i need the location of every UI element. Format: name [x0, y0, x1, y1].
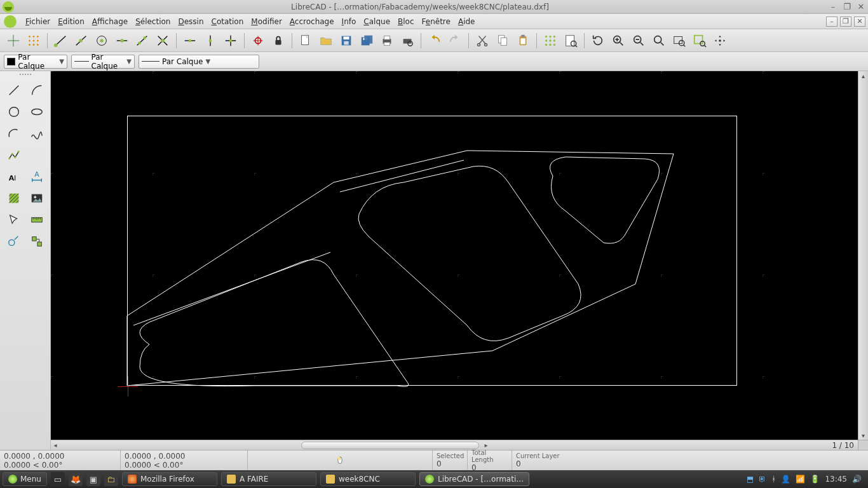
- tool-select[interactable]: [4, 211, 24, 229]
- tray-user-icon[interactable]: 👤: [781, 475, 790, 484]
- zoom-in-button[interactable]: [609, 31, 628, 50]
- tool-measure[interactable]: [27, 211, 46, 229]
- menu-window[interactable]: Fenêtre: [418, 15, 454, 28]
- cut-button[interactable]: [473, 31, 492, 50]
- zoom-redraw-button[interactable]: [588, 31, 607, 50]
- tool-line[interactable]: [4, 81, 24, 99]
- scroll-up-icon[interactable]: ▴: [859, 71, 868, 80]
- mdi-close-button[interactable]: ✕: [854, 17, 865, 27]
- undo-button[interactable]: [425, 31, 444, 50]
- set-relative-zero-button[interactable]: [248, 31, 268, 50]
- save-button[interactable]: [337, 31, 356, 50]
- drawing-canvas[interactable]: [51, 71, 858, 440]
- tray-clock[interactable]: 13:45: [825, 475, 847, 484]
- tray-volume-icon[interactable]: 🔊: [852, 475, 862, 484]
- mdi-minimize-button[interactable]: –: [826, 17, 837, 27]
- print-preview-button[interactable]: [398, 31, 417, 50]
- menu-draw[interactable]: Dessin: [174, 15, 207, 28]
- snap-free-button[interactable]: [4, 31, 23, 50]
- lock-relative-zero-button[interactable]: [269, 31, 288, 50]
- restrict-vertical-button[interactable]: [201, 31, 220, 50]
- menu-dimension[interactable]: Cotation: [208, 15, 248, 28]
- tool-hatch[interactable]: [4, 189, 24, 207]
- taskbar-item-firefox[interactable]: Mozilla Firefox: [122, 472, 217, 486]
- status-command-hint: [248, 451, 433, 470]
- linewidth-combo[interactable]: Par Calque ▼: [71, 55, 135, 69]
- tray-battery-icon[interactable]: 🔋: [810, 475, 820, 484]
- taskbar-item-week8cnc[interactable]: week8CNC: [320, 472, 416, 486]
- tray-updates-icon[interactable]: ⬒: [747, 475, 754, 484]
- window-minimize-button[interactable]: –: [828, 3, 838, 11]
- zoom-window-button[interactable]: [690, 31, 709, 50]
- zoom-pan-button[interactable]: [710, 31, 729, 50]
- menu-layer[interactable]: Calque: [360, 15, 394, 28]
- window-maximize-button[interactable]: ❐: [842, 3, 852, 11]
- zoom-out-button[interactable]: [629, 31, 648, 50]
- snap-center-button[interactable]: [92, 31, 111, 50]
- toggle-draft-button[interactable]: [561, 31, 580, 50]
- menu-snap[interactable]: Accrochage: [286, 15, 338, 28]
- snap-on-entity-button[interactable]: [72, 31, 91, 50]
- snap-endpoint-button[interactable]: [51, 31, 71, 50]
- vertical-scrollbar[interactable]: ▴ ▾: [858, 71, 868, 440]
- print-button[interactable]: [377, 31, 397, 50]
- redo-button[interactable]: [445, 31, 465, 50]
- tray-wifi-icon[interactable]: 📶: [796, 475, 805, 484]
- start-menu-button[interactable]: Menu: [3, 472, 47, 486]
- snap-middle-button[interactable]: [112, 31, 132, 50]
- menu-block[interactable]: Bloc: [394, 15, 418, 28]
- scroll-right-icon[interactable]: ▸: [482, 441, 491, 450]
- horizontal-scrollbar[interactable]: ◂ ▸ 1 / 10: [51, 440, 858, 450]
- menu-help[interactable]: Aide: [454, 15, 479, 28]
- snap-distance-button[interactable]: [133, 31, 152, 50]
- open-button[interactable]: [316, 31, 336, 50]
- tool-polyline[interactable]: [4, 146, 24, 164]
- quicklaunch-terminal[interactable]: ▣: [86, 472, 100, 486]
- menu-info[interactable]: Info: [338, 15, 360, 28]
- menu-file[interactable]: Fichier: [22, 15, 54, 28]
- linetype-combo[interactable]: Par Calque ▼: [139, 55, 259, 69]
- new-button[interactable]: [296, 31, 315, 50]
- menu-edit[interactable]: Edition: [54, 15, 88, 28]
- tool-arc-segment[interactable]: [4, 125, 24, 142]
- tool-circle[interactable]: [4, 103, 24, 121]
- taskbar-item-librecad[interactable]: LibreCAD - […ormati…: [419, 472, 529, 486]
- quicklaunch-files[interactable]: 🗀: [104, 472, 118, 486]
- status-rel-coord-value: 0.0000 , 0.0000: [125, 452, 243, 461]
- snap-intersection-button[interactable]: [153, 31, 172, 50]
- scroll-left-icon[interactable]: ◂: [51, 441, 60, 450]
- window-close-button[interactable]: ✕: [856, 3, 866, 11]
- color-combo[interactable]: Par Calque ▼: [4, 55, 67, 69]
- tool-dimension[interactable]: A: [27, 168, 46, 186]
- restrict-orthogonal-button[interactable]: [221, 31, 240, 50]
- scrollbar-thumb[interactable]: [301, 442, 479, 449]
- menu-view[interactable]: Affichage: [88, 15, 132, 28]
- quicklaunch-show-desktop[interactable]: ▭: [51, 472, 65, 486]
- tray-shield-icon[interactable]: ⛨: [759, 475, 766, 484]
- zoom-auto-button[interactable]: [649, 31, 668, 50]
- tool-block[interactable]: [27, 233, 46, 250]
- zoom-previous-button[interactable]: [670, 31, 689, 50]
- restrict-horizontal-button[interactable]: [180, 31, 200, 50]
- tool-text[interactable]: AI: [4, 168, 24, 186]
- toolbox-grip-icon[interactable]: [1, 74, 49, 78]
- toggle-grid-button[interactable]: [541, 31, 560, 50]
- quicklaunch-firefox[interactable]: 🦊: [69, 472, 83, 486]
- tool-modify[interactable]: [4, 233, 24, 250]
- paste-button[interactable]: [513, 31, 532, 50]
- tool-image[interactable]: [27, 189, 46, 207]
- menu-modify[interactable]: Modifier: [247, 15, 286, 28]
- svg-point-65: [17, 151, 19, 152]
- save-as-button[interactable]: [357, 31, 376, 50]
- scroll-down-icon[interactable]: ▾: [859, 431, 868, 440]
- mdi-maximize-button[interactable]: ❐: [840, 17, 851, 27]
- tool-arc[interactable]: [27, 81, 46, 99]
- menu-select[interactable]: Sélection: [132, 15, 174, 28]
- svg-rect-39: [521, 34, 525, 37]
- tool-spline[interactable]: [27, 125, 46, 142]
- taskbar-item-afaire[interactable]: A FAIRE: [221, 472, 316, 486]
- tool-ellipse[interactable]: [27, 103, 46, 121]
- tray-bluetooth-icon[interactable]: ᚼ: [771, 475, 776, 484]
- copy-button[interactable]: [493, 31, 512, 50]
- snap-grid-button[interactable]: [24, 31, 43, 50]
